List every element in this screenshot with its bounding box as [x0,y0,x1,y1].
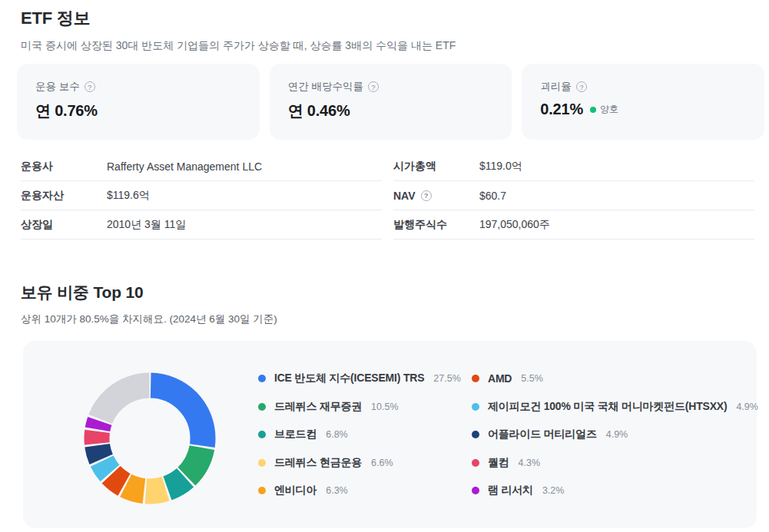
page-title: ETF 정보 [21,7,769,30]
legend-column-left: ICE 반도체 지수(ICESEMI) TRS27.5%드레퓌스 재무증권10.… [258,370,472,499]
legend-label: ICE 반도체 지수(ICESEMI) TRS [274,372,424,385]
legend-percent: 4.3% [519,458,541,468]
stat-label-text: 운용 보수 [35,80,80,94]
legend-column-right: AMD5.5%제이피모건 100% 미국 국채 머니마켓펀드(HTSXX)4.9… [472,370,758,499]
legend-label: 엔비디아 [274,484,317,497]
legend-percent: 4.9% [736,401,758,412]
legend-percent: 6.6% [371,458,393,468]
legend-dot-icon [472,431,479,438]
legend-label: 드레퓌스 재무증권 [274,400,362,414]
legend-item: 램 리서치3.2% [472,482,758,499]
stat-card-management-fee: 운용 보수 연 0.76% [17,64,260,140]
status-badge: 양호 [590,103,618,116]
help-icon[interactable] [421,190,432,201]
help-icon[interactable] [576,81,587,92]
legend-percent: 4.9% [606,429,628,440]
holdings-subtitle: 상위 10개가 80.5%을 차지해요. (2024년 6월 30일 기준) [21,312,769,326]
legend-item: 퀄컴4.3% [472,454,758,471]
chart-legend: ICE 반도체 지수(ICESEMI) TRS27.5%드레퓌스 재무증권10.… [258,370,758,499]
stat-cards-row: 운용 보수 연 0.76% 연간 배당수익률 연 0.46% 괴리율 0.21% [17,64,764,140]
row-label: 운용사 [21,160,107,173]
stat-value: 연 0.46% [288,101,350,121]
stat-label: 괴리율 [540,80,746,94]
row-label: 발행주식수 [393,218,479,232]
legend-percent: 10.5% [371,401,398,412]
legend-dot-icon [472,403,479,411]
legend-percent: 6.3% [326,485,348,496]
etf-header: ETF 정보 미국 증시에 상장된 30대 반도체 기업들의 주가가 상승할 때… [21,7,769,53]
holdings-chart-card: ICE 반도체 지수(ICESEMI) TRS27.5%드레퓌스 재무증권10.… [23,341,757,528]
legend-item: 드레퓌스 재무증권10.5% [258,398,472,415]
stat-label-text: 연간 배당수익률 [288,80,363,94]
row-label-text: 운용사 [21,160,53,173]
legend-dot-icon [258,459,266,467]
row-value: Rafferty Asset Management LLC [107,160,262,173]
legend-label: 어플라이드 머티리얼즈 [488,428,597,441]
row-value: $60.7 [479,190,506,202]
status-badge-label: 양호 [600,103,618,116]
legend-item: 브로드컴6.8% [258,426,472,443]
info-table-right: 시가총액$119.0억NAV$60.7발행주식수197,050,060주 [393,152,754,240]
legend-item: AMD5.5% [472,370,758,387]
legend-dot-icon [472,375,479,382]
row-value: 197,050,060주 [479,218,550,232]
legend-label: 퀄컴 [488,456,509,470]
table-row: 발행주식수197,050,060주 [393,210,754,240]
legend-dot-icon [472,487,479,494]
etf-info-tables: 운용사Rafferty Asset Management LLC운용자산$119… [21,152,754,240]
legend-item: 어플라이드 머티리얼즈4.9% [472,426,758,443]
legend-label: 램 리서치 [488,484,533,497]
row-label-text: 발행주식수 [393,218,447,232]
legend-label: 드레퓌스 현금운용 [274,456,362,470]
etf-info-page: ETF 정보 미국 증시에 상장된 30대 반도체 기업들의 주가가 상승할 때… [0,0,769,528]
legend-item: ICE 반도체 지수(ICESEMI) TRS27.5% [258,370,472,387]
legend-percent: 27.5% [433,373,460,384]
page-subtitle: 미국 증시에 상장된 30대 반도체 기업들의 주가가 상승할 때, 상승률 3… [21,39,769,53]
table-row: NAV$60.7 [393,181,754,210]
table-row: 운용사Rafferty Asset Management LLC [21,152,382,181]
row-label-text: 운용자산 [21,189,64,203]
row-label: 운용자산 [21,189,107,203]
stat-label: 운용 보수 [35,80,241,94]
row-value: $119.6억 [107,189,150,203]
row-value: 2010년 3월 11일 [107,218,186,232]
stat-label-text: 괴리율 [540,80,572,94]
help-icon[interactable] [368,81,379,92]
legend-label: AMD [488,372,512,385]
donut-chart [77,365,223,511]
status-dot-icon [590,107,596,113]
legend-percent: 5.5% [521,373,543,384]
legend-percent: 6.8% [326,429,348,440]
row-label-text: 시가총액 [393,160,436,173]
stat-label: 연간 배당수익률 [288,80,494,94]
legend-dot-icon [258,403,266,411]
legend-dot-icon [472,459,479,467]
legend-item: 제이피모건 100% 미국 국채 머니마켓펀드(HTSXX)4.9% [472,398,758,415]
table-row: 운용자산$119.6억 [21,181,382,210]
row-label: NAV [393,190,479,202]
legend-label: 제이피모건 100% 미국 국채 머니마켓펀드(HTSXX) [488,400,727,414]
legend-dot-icon [258,431,266,438]
holdings-header: 보유 비중 Top 10 상위 10개가 80.5%을 차지해요. (2024년… [21,282,769,326]
holdings-title: 보유 비중 Top 10 [21,282,769,303]
stat-value: 연 0.76% [35,101,98,121]
table-row: 시가총액$119.0억 [393,152,754,181]
legend-percent: 3.2% [542,485,565,496]
row-value: $119.0억 [479,160,522,173]
stat-card-tracking-gap: 괴리율 0.21% 양호 [522,64,764,140]
stat-value: 0.21% [540,101,583,118]
legend-label: 브로드컴 [274,428,317,441]
legend-item: 엔비디아6.3% [258,482,472,499]
help-icon[interactable] [85,81,95,92]
row-label-text: 상장일 [21,218,53,232]
row-label-text: NAV [393,190,416,202]
info-table-left: 운용사Rafferty Asset Management LLC운용자산$119… [21,152,382,240]
row-label: 상장일 [21,218,107,232]
legend-dot-icon [258,375,266,382]
stat-card-dividend-yield: 연간 배당수익률 연 0.46% [270,64,512,140]
row-label: 시가총액 [393,160,479,173]
legend-dot-icon [258,487,266,494]
legend-item: 드레퓌스 현금운용6.6% [258,454,472,471]
table-row: 상장일2010년 3월 11일 [21,210,382,240]
